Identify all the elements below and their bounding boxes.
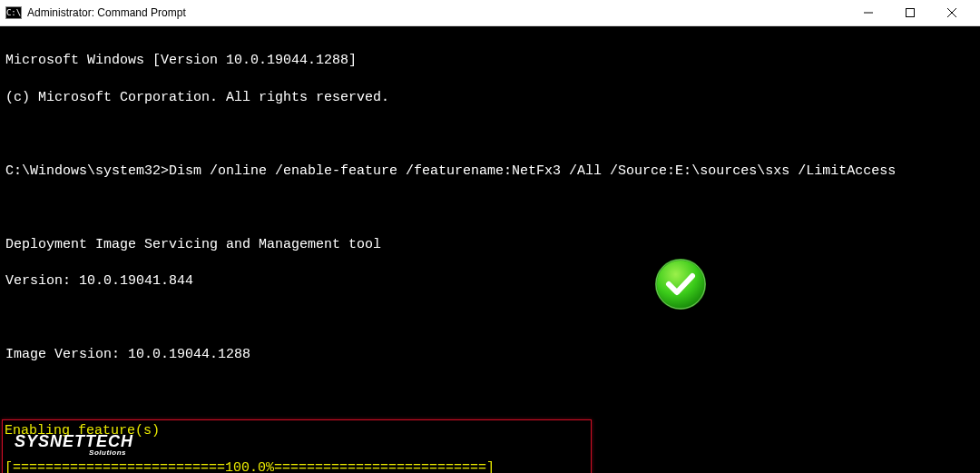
blank-line [5, 383, 975, 401]
copyright-line: (c) Microsoft Corporation. All rights re… [5, 89, 975, 107]
command-prompt-window: C:\ Administrator: Command Prompt Micros… [0, 0, 980, 473]
tool-version-line: Version: 10.0.19041.844 [5, 272, 975, 291]
dism-command: Dism /online /enable-feature /featurenam… [169, 163, 896, 179]
progress-bar-line: [==========================100.0%=======… [5, 459, 587, 473]
success-check-icon [604, 239, 659, 293]
maximize-button[interactable] [889, 0, 931, 25]
blank-line [5, 125, 975, 143]
window-controls [848, 0, 973, 25]
window-title: Administrator: Command Prompt [27, 6, 848, 19]
blank-line [5, 199, 975, 217]
cmd-icon: C:\ [5, 6, 22, 19]
titlebar[interactable]: C:\ Administrator: Command Prompt [0, 0, 980, 26]
image-version-line: Image Version: 10.0.19044.1288 [5, 346, 975, 364]
svg-rect-1 [906, 9, 915, 17]
version-line: Microsoft Windows [Version 10.0.19044.12… [5, 52, 975, 70]
terminal-output[interactable]: Microsoft Windows [Version 10.0.19044.12… [0, 26, 980, 473]
watermark: SYSNETTECH Solutions [15, 432, 133, 457]
minimize-button[interactable] [848, 0, 889, 25]
command-line: C:\Windows\system32>Dism /online /enable… [5, 163, 975, 181]
tool-name-line: Deployment Image Servicing and Managemen… [5, 236, 975, 254]
close-button[interactable] [931, 0, 973, 25]
blank-line [5, 310, 975, 328]
prompt-path: C:\Windows\system32> [5, 163, 169, 179]
